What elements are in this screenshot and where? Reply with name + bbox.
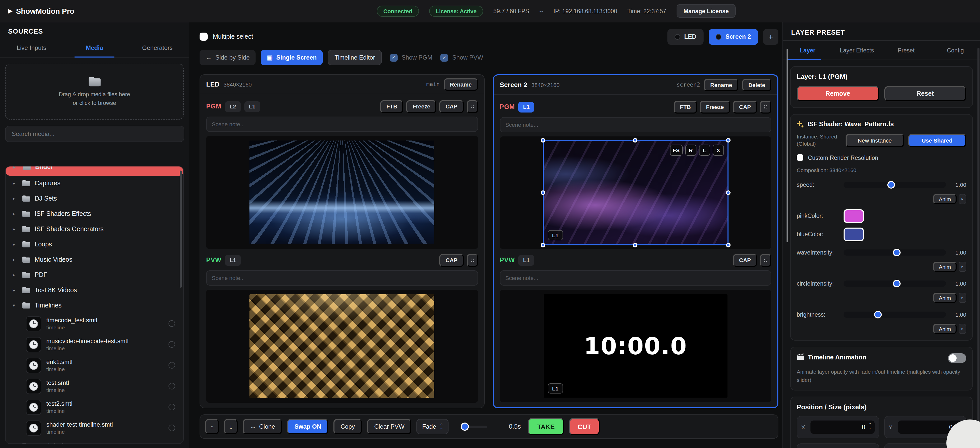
expand-button[interactable] [466,100,478,113]
timeline-file-row[interactable]: musicvideo-timecode-test.smtltimeline [6,334,183,355]
folder-row[interactable]: ▸ Music Videos [6,252,183,267]
anim-options-button[interactable]: ▸ [959,324,966,334]
select-radio[interactable] [169,383,175,389]
ftb-button[interactable]: FTB [380,100,404,113]
remove-layer-button[interactable]: Remove [797,86,879,101]
select-radio[interactable] [169,362,175,369]
align-right-button[interactable]: R [685,145,697,156]
timeline-file-row[interactable]: timecode_test.smtltimeline [6,313,183,334]
pgm-scene-note[interactable] [206,117,478,132]
layer-chip-l1-active[interactable]: L1 [519,102,534,112]
layer-chip-l1[interactable]: L1 [519,255,534,265]
cap-button[interactable]: CAP [440,100,463,113]
close-layer-button[interactable]: X [713,145,724,156]
view-single-screen-button[interactable]: ▣ Single Screen [261,50,323,65]
folder-row-timelines[interactable]: ▾ Timelines [6,298,183,313]
move-up-button[interactable]: ↑ [205,419,219,434]
tab-generators[interactable]: Generators [126,38,189,57]
timeline-file-row[interactable]: shader-test-timeline.smtltimeline [6,418,183,438]
swap-on-button[interactable]: Swap ON [287,419,328,434]
timeline-file-row[interactable]: test2.smtltimeline [6,397,183,418]
tab-media[interactable]: Media [63,38,126,57]
expand-button[interactable] [760,100,771,113]
resize-handle[interactable] [540,243,545,248]
param-slider[interactable] [843,281,946,287]
anim-button[interactable]: Anim [933,293,956,303]
folder-row[interactable]: ▸ Test 8K Videos [6,283,183,298]
cap-button[interactable]: CAP [440,254,463,267]
custom-resolution-checkbox[interactable]: Custom Render Resolution [797,154,966,161]
layer-chip-l1[interactable]: L1 [225,255,241,265]
pgm-scene-note[interactable] [500,117,771,132]
clone-button[interactable]: ↔ Clone [243,419,282,434]
pgm-preview-image-selected[interactable]: FS R L X L1 [544,141,727,245]
stepper-icons[interactable]: ⌃⌄ [869,423,872,428]
folder-row[interactable]: ▸ ISF Shaders Generators [6,221,183,237]
color-swatch[interactable] [843,227,864,241]
tab-config[interactable]: Config [931,41,980,60]
expand-button[interactable] [760,254,771,267]
move-down-button[interactable]: ↓ [224,419,238,434]
x-input[interactable] [810,420,874,434]
anim-options-button[interactable]: ▸ [959,194,966,204]
param-slider[interactable] [843,312,946,318]
cap-button[interactable]: CAP [733,100,757,113]
color-swatch[interactable] [843,209,864,223]
resize-handle[interactable] [633,243,638,248]
copy-button[interactable]: Copy [334,419,362,434]
show-pgm-checkbox[interactable]: ✓ Show PGM [390,54,432,61]
reset-layer-button[interactable]: Reset [884,86,966,101]
pgm-preview-image[interactable] [250,140,434,245]
tab-layer[interactable]: Layer [783,41,832,60]
cap-button[interactable]: CAP [733,254,757,267]
align-left-button[interactable]: L [699,145,710,156]
use-shared-button[interactable]: Use Shared [908,133,966,147]
anim-options-button[interactable]: ▸ [959,293,966,303]
slider-knob[interactable] [888,181,895,189]
resize-handle[interactable] [540,138,545,143]
select-radio[interactable] [169,341,175,348]
resize-handle[interactable] [726,243,730,248]
slider-knob[interactable] [874,311,882,319]
resize-handle[interactable] [540,190,545,195]
expand-button[interactable] [466,254,478,267]
param-slider[interactable] [843,250,946,256]
param-slider[interactable] [843,182,946,188]
folder-row[interactable]: ▸ ISF Shaders Effects [6,206,183,221]
pgm-preview[interactable] [206,136,478,249]
delete-button[interactable]: Delete [742,79,771,91]
take-button[interactable]: TAKE [528,418,564,435]
fade-mode-select[interactable]: Fade ⌃⌄ [417,419,449,434]
pvw-scene-note[interactable] [206,270,478,286]
screen-tab-screen2[interactable]: Screen 2 [709,29,758,44]
clear-pvw-button[interactable]: Clear PVW [367,419,412,434]
folder-row[interactable]: ▸ Bilder [6,166,183,176]
view-timeline-editor-button[interactable]: Timeline Editor [328,50,382,65]
tab-layer-effects[interactable]: Layer Effects [832,41,882,60]
show-pvw-checkbox[interactable]: ✓ Show PVW [441,54,483,61]
add-screen-button[interactable]: + [763,29,778,44]
fullscreen-layer-button[interactable]: FS [670,145,683,156]
layer-chip-l1[interactable]: L1 [244,101,260,112]
fade-duration-slider[interactable] [460,425,487,428]
select-radio[interactable] [169,320,175,327]
folder-row[interactable]: ▸ Captures [6,176,183,191]
tree-scrollbar[interactable] [180,170,182,288]
ftb-button[interactable]: FTB [674,100,697,113]
freeze-button[interactable]: Freeze [407,100,436,113]
slider-knob[interactable] [893,249,900,257]
tab-live-inputs[interactable]: Live Inputs [0,38,63,57]
folder-row[interactable]: ▸ DJ Sets [6,191,183,206]
timeline-file-row[interactable]: test.smtltimeline [6,376,183,397]
anim-options-button[interactable]: ▸ [959,262,966,272]
resize-handle[interactable] [726,138,730,143]
main-scrollbar[interactable] [786,49,788,242]
folder-row[interactable]: ▸ PDF [6,267,183,283]
pvw-scene-note[interactable] [500,270,771,286]
select-radio[interactable] [169,404,175,410]
slider-knob[interactable] [893,280,900,288]
new-instance-button[interactable]: New Instance [846,133,904,147]
multiple-select-checkbox[interactable] [200,33,208,41]
pvw-preview-image[interactable] [250,294,434,398]
rename-button[interactable]: Rename [704,79,738,91]
